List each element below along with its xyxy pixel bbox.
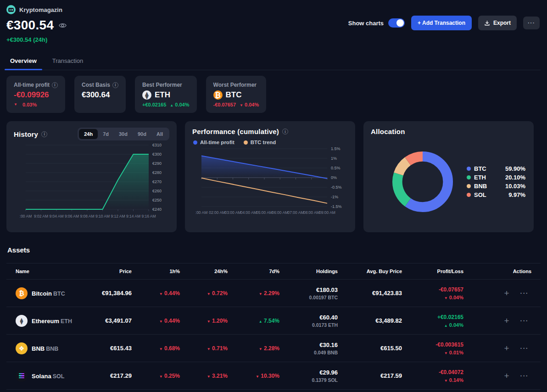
allocation-symbol: ETH [474, 174, 486, 181]
legend-btc-trend[interactable]: BTC trend [244, 140, 276, 145]
allocation-panel: Allocation BTC 59.90% ETH 20.10% BNB 10.… [363, 121, 534, 232]
column-header-price[interactable]: Price [98, 269, 132, 274]
range-24h[interactable]: 24h [79, 129, 98, 139]
range-all[interactable]: All [151, 129, 168, 139]
performer-change: ▲ 0.04% [170, 102, 189, 107]
change-24h: ▼ 0.71% [180, 345, 228, 352]
row-more-button[interactable]: ··· [520, 345, 529, 352]
asset-row-btc[interactable]: ₿ BitcoinBTC €91,384.96 ▼ 0.44%▼ 0.72%▼ … [6, 280, 541, 307]
svg-text:-0.5%: -0.5% [331, 185, 342, 190]
show-charts-toggle[interactable] [388, 18, 405, 28]
row-more-button[interactable]: ··· [520, 318, 529, 324]
column-header-7d-[interactable]: 7d% [228, 269, 279, 274]
range-90d[interactable]: 90d [133, 129, 151, 139]
column-header-profit-loss[interactable]: Profit/Loss [402, 269, 463, 274]
range-30d[interactable]: 30d [114, 129, 133, 139]
add-transaction-row-button[interactable]: + [504, 316, 509, 325]
svg-text:€280: €280 [152, 170, 162, 175]
change-7d: ▲ 7.54% [228, 318, 279, 324]
column-header-1h-[interactable]: 1h% [132, 269, 180, 274]
change-1h: ▼ 0.68% [132, 345, 180, 352]
range-7d[interactable]: 7d [98, 129, 114, 139]
svg-text:03:00 AM: 03:00 AM [225, 210, 241, 215]
change-24h: ▼ 0.72% [180, 290, 228, 297]
hide-balance-eye-icon[interactable] [58, 21, 67, 30]
asset-profit-loss: -€0.07657 ▼ 0.04% [402, 286, 463, 300]
asset-avg-buy-price: €217.59 [338, 372, 402, 379]
column-header-24h-[interactable]: 24h% [180, 269, 228, 274]
stat-card-1: Cost Basisi€300.64 [74, 76, 126, 113]
asset-symbol: ETH [61, 318, 72, 325]
balance-change-24h: +€300.54 (24h) [6, 36, 541, 43]
svg-text:-1.5%: -1.5% [331, 204, 342, 209]
info-icon[interactable]: i [52, 82, 58, 88]
row-more-button[interactable]: ··· [520, 290, 529, 297]
performance-info-icon[interactable]: i [282, 129, 288, 134]
asset-name: BNB [32, 345, 45, 352]
asset-holdings: €60.400.0173 ETH [279, 314, 338, 328]
history-chart: €310€300€290€280€270€260€250€240:00 AM9:… [14, 140, 169, 224]
svg-text:9:14 AM: 9:14 AM [126, 214, 140, 218]
column-header-name[interactable]: Name [16, 269, 98, 274]
history-info-icon[interactable]: i [41, 131, 47, 137]
toggle-knob [396, 19, 404, 27]
add-transaction-row-button[interactable]: + [504, 344, 509, 353]
assets-table: NamePrice1h%24h%7d%HoldingsAvg. Buy Pric… [6, 263, 541, 390]
assets-title: Assets [6, 246, 541, 254]
asset-row-eth[interactable]: ⧫ EthereumETH €3,491.07 ▼ 0.44%▼ 1.20%▲ … [6, 307, 541, 335]
svg-text:9:16 AM: 9:16 AM [141, 214, 156, 218]
row-more-button[interactable]: ··· [520, 373, 529, 379]
add-transaction-row-button[interactable]: + [504, 371, 509, 380]
performer-symbol: ETH [155, 90, 170, 100]
legend-all-time-profit[interactable]: All-time profit [193, 140, 234, 145]
asset-row-bnb[interactable]: ❖ BNBBNB €615.43 ▼ 0.68%▼ 0.71%▼ 2.28% €… [6, 335, 541, 362]
svg-text:02:00 AM: 02:00 AM [209, 210, 225, 215]
allocation-legend-eth[interactable]: ETH 20.10% [467, 173, 525, 182]
performer-change: ▼ 0.04% [240, 102, 259, 107]
asset-name: Ethereum [32, 318, 59, 325]
svg-text:07:00 AM: 07:00 AM [288, 210, 304, 215]
asset-holdings: €180.030.00197 BTC [279, 286, 338, 300]
tab-overview[interactable]: Overview [10, 55, 37, 70]
download-icon [484, 20, 490, 26]
stat-cards: All-time profiti-€0.09926▼ 0.03% Cost Ba… [6, 76, 541, 113]
history-title: History [14, 130, 38, 138]
add-transaction-button[interactable]: + Add Transaction [411, 16, 472, 30]
svg-text:06:00 AM: 06:00 AM [272, 210, 288, 215]
asset-row-sol[interactable]: SolanaSOL €217.29 ▼ 0.25%▼ 3.21%▼ 10.30%… [6, 362, 541, 390]
column-header-avg-buy-price[interactable]: Avg. Buy Price [338, 269, 402, 274]
svg-text:1.5%: 1.5% [331, 146, 340, 151]
svg-text:€270: €270 [152, 179, 162, 184]
column-header-actions[interactable]: Actions [463, 269, 531, 274]
card-label: All-time profiti [14, 82, 58, 88]
portfolio-balance: €300.54 [6, 18, 54, 33]
export-button[interactable]: Export [478, 16, 517, 30]
stat-card-2: Best Performer⧫ETH+€0.02165▲ 0.04% [135, 76, 196, 113]
btc-coin-icon: ₿ [213, 90, 223, 100]
legend-dot [467, 193, 471, 197]
change-7d: ▼ 10.30% [228, 373, 279, 379]
allocation-percent: 59.90% [505, 165, 525, 172]
table-header-row: NamePrice1h%24h%7d%HoldingsAvg. Buy Pric… [6, 263, 541, 280]
bnb-coin-icon: ❖ [16, 342, 28, 354]
svg-text:0.5%: 0.5% [331, 166, 340, 170]
svg-text:04:00 AM: 04:00 AM [240, 210, 257, 215]
portfolio-more-button[interactable]: ··· [523, 17, 540, 29]
column-header-holdings[interactable]: Holdings [279, 269, 338, 274]
info-icon[interactable]: i [112, 82, 118, 88]
tab-transaction[interactable]: Transaction [52, 55, 83, 70]
card-value: -€0.09926 [14, 90, 58, 100]
asset-profit-loss: -€0.04072 ▼ 0.14% [402, 369, 463, 383]
allocation-legend-btc[interactable]: BTC 59.90% [467, 164, 525, 173]
performer-profit: -€0.07657 [213, 102, 236, 107]
add-transaction-row-button[interactable]: + [504, 289, 509, 297]
allocation-legend-bnb[interactable]: BNB 10.03% [467, 182, 525, 190]
portfolio-name: Kryptomagazin [19, 6, 62, 13]
allocation-legend-sol[interactable]: SOL 9.97% [467, 190, 525, 199]
allocation-symbol: SOL [474, 191, 486, 198]
performance-title: Performance (cumulative) [192, 128, 279, 135]
portfolio-avatar-icon [6, 5, 16, 14]
change-1h: ▼ 0.25% [132, 373, 180, 379]
asset-holdings: €30.160.049 BNB [279, 342, 338, 355]
allocation-legend: BTC 59.90% ETH 20.10% BNB 10.03% SOL 9.9… [467, 164, 525, 199]
